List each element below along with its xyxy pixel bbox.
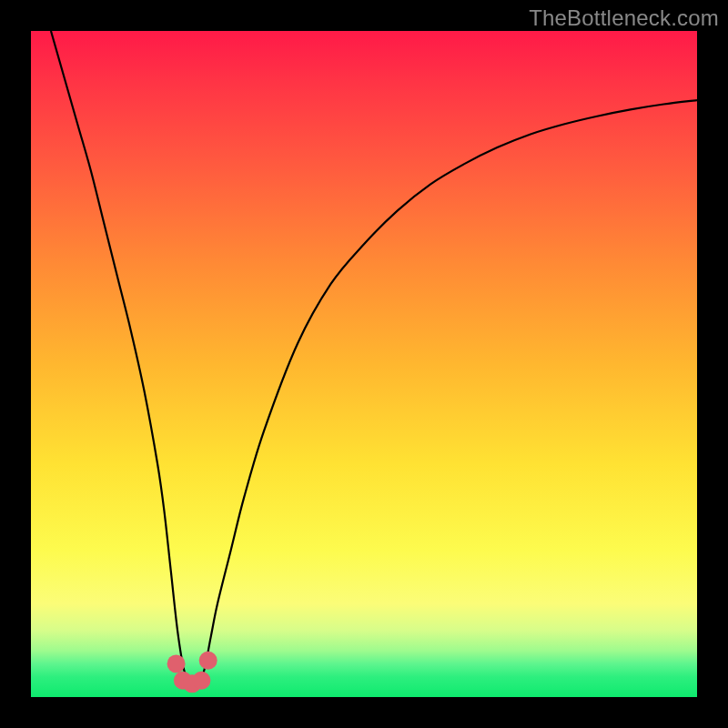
watermark-text: TheBottleneck.com — [529, 5, 719, 31]
optimum-marker — [192, 672, 210, 690]
plot-area — [31, 31, 697, 697]
bottleneck-curve — [51, 31, 697, 685]
optimum-marker — [167, 654, 186, 672]
curve-layer — [31, 31, 697, 697]
optimum-markers — [167, 652, 217, 693]
optimum-marker — [199, 652, 217, 670]
chart-frame: TheBottleneck.com — [0, 0, 728, 728]
